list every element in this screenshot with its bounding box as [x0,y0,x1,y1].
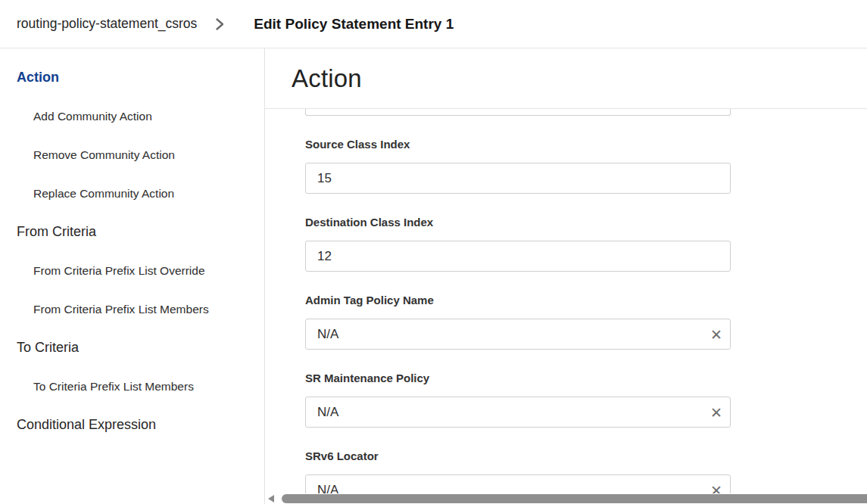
field-label: SR Maintenance Policy [305,372,731,384]
form-area: Source Class Index Destination Class Ind… [265,109,867,504]
sidebar-item-conditional-expression[interactable]: Conditional Expression [0,406,264,444]
sidebar-item-replace-community-action[interactable]: Replace Community Action [0,174,264,213]
input-wrap: ✕ [305,397,731,428]
field-label: Admin Tag Policy Name [305,294,731,306]
field-label: SRv6 Locator [305,450,731,462]
sr-maintenance-policy-input[interactable] [305,397,731,428]
sidebar-item-to-criteria[interactable]: To Criteria [0,328,264,367]
field-label: Source Class Index [305,138,731,151]
sidebar-item-add-community-action[interactable]: Add Community Action [0,97,264,135]
field-sr-maintenance-policy: SR Maintenance Policy ✕ [305,372,731,428]
partial-input-cutoff[interactable] [305,109,731,116]
breadcrumb-parent[interactable]: routing-policy-statement_csros [17,16,197,32]
sidebar-item-action[interactable]: Action [0,58,264,97]
page-title: Edit Policy Statement Entry 1 [254,16,454,33]
field-admin-tag-policy-name: Admin Tag Policy Name ✕ [305,294,731,350]
section-header: Action [265,48,867,109]
scrollbar-thumb[interactable] [282,494,867,503]
sidebar-item-remove-community-action[interactable]: Remove Community Action [0,135,264,174]
chevron-right-icon [214,17,225,31]
sidebar-item-from-criteria-prefix-list-override[interactable]: From Criteria Prefix List Override [0,251,264,290]
admin-tag-policy-name-input[interactable] [305,319,731,350]
clear-x-icon[interactable]: ✕ [710,327,722,341]
clear-x-icon[interactable]: ✕ [710,405,722,419]
sidebar-item-to-criteria-prefix-list-members[interactable]: To Criteria Prefix List Members [0,367,264,406]
field-source-class-index: Source Class Index [305,138,731,194]
breadcrumb: routing-policy-statement_csros Edit Poli… [0,0,867,48]
body: Action Add Community Action Remove Commu… [0,48,867,504]
input-wrap [305,163,731,194]
sidebar-item-from-criteria-prefix-list-members[interactable]: From Criteria Prefix List Members [0,290,264,328]
horizontal-scrollbar[interactable] [265,493,867,504]
sidebar-item-from-criteria[interactable]: From Criteria [0,213,264,251]
scroll-left-arrow-icon[interactable] [268,495,274,502]
input-wrap: ✕ [305,319,731,350]
source-class-index-input[interactable] [305,163,731,194]
main-panel: Action Source Class Index Destination Cl… [265,48,867,504]
destination-class-index-input[interactable] [305,241,731,272]
section-title: Action [292,64,362,93]
input-wrap [305,241,731,272]
field-destination-class-index: Destination Class Index [305,216,731,272]
sidebar: Action Add Community Action Remove Commu… [0,48,265,504]
field-label: Destination Class Index [305,216,731,229]
page: routing-policy-statement_csros Edit Poli… [0,0,867,504]
